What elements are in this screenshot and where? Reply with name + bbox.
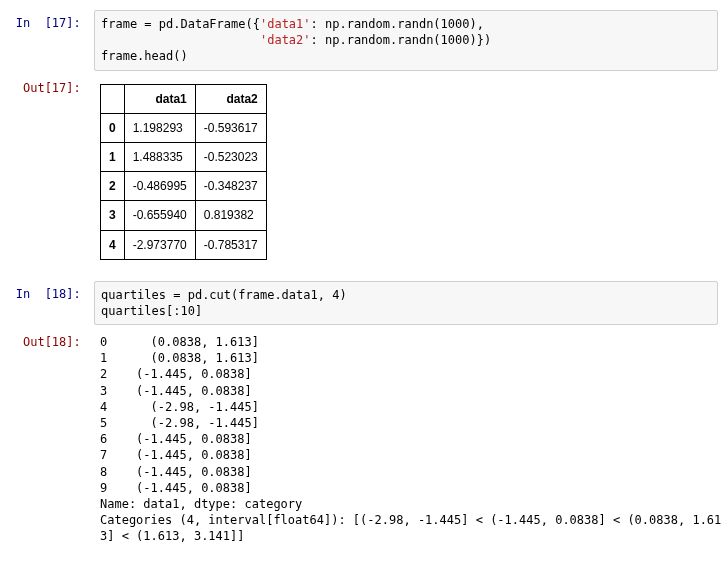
cell-data2: -0.348237	[195, 172, 266, 201]
cell-data1: 1.488335	[124, 142, 195, 171]
code-input-17[interactable]: frame = pd.DataFrame({'data1': np.random…	[94, 10, 718, 71]
cell-data2: -0.593617	[195, 113, 266, 142]
code-text: frame.head()	[101, 49, 188, 63]
string-literal: 'data1'	[260, 17, 311, 31]
in-prompt-17: In [17]:	[10, 10, 94, 36]
in-prompt-18: In [18]:	[10, 281, 94, 307]
output-17: data1 data2 0 1.198293 -0.593617 1 1.488…	[94, 75, 718, 277]
row-index: 1	[101, 142, 125, 171]
table-row: 0 1.198293 -0.593617	[101, 113, 267, 142]
output-line: Categories (4, interval[float64]): [(-2.…	[100, 513, 721, 527]
cell-data1: -0.486995	[124, 172, 195, 201]
col-header-data2: data2	[195, 84, 266, 113]
output-18: 0 (0.0838, 1.613] 1 (0.0838, 1.613] 2 (-…	[94, 329, 727, 549]
out-prompt-17: Out[17]:	[10, 75, 94, 101]
row-index: 3	[101, 201, 125, 230]
cell-data1: -2.973770	[124, 230, 195, 259]
code-text: : np.random.randn(1000)})	[311, 33, 492, 47]
output-line: 4 (-2.98, -1.445]	[100, 400, 259, 414]
col-header-data1: data1	[124, 84, 195, 113]
code-input-18[interactable]: quartiles = pd.cut(frame.data1, 4) quart…	[94, 281, 718, 325]
output-line: 6 (-1.445, 0.0838]	[100, 432, 252, 446]
output-line: 8 (-1.445, 0.0838]	[100, 465, 252, 479]
cell-18-input: In [18]: quartiles = pd.cut(frame.data1,…	[10, 281, 718, 325]
row-index: 2	[101, 172, 125, 201]
string-literal: 'data2'	[260, 33, 311, 47]
cell-data1: -0.655940	[124, 201, 195, 230]
output-line: 2 (-1.445, 0.0838]	[100, 367, 252, 381]
output-line: 3 (-1.445, 0.0838]	[100, 384, 252, 398]
output-line: Name: data1, dtype: category	[100, 497, 302, 511]
code-text: quartiles[:10]	[101, 304, 202, 318]
row-index: 0	[101, 113, 125, 142]
table-row: 1 1.488335 -0.523023	[101, 142, 267, 171]
code-text: frame = pd.DataFrame({	[101, 17, 260, 31]
cell-17-input: In [17]: frame = pd.DataFrame({'data1': …	[10, 10, 718, 71]
output-line: 7 (-1.445, 0.0838]	[100, 448, 252, 462]
cell-17-output: Out[17]: data1 data2 0 1.198293 -0.59361…	[10, 75, 718, 277]
table-row: 4 -2.973770 -0.785317	[101, 230, 267, 259]
out-prompt-18: Out[18]:	[10, 329, 94, 355]
cell-data1: 1.198293	[124, 113, 195, 142]
table-row: 2 -0.486995 -0.348237	[101, 172, 267, 201]
output-line: 1 (0.0838, 1.613]	[100, 351, 259, 365]
code-text: : np.random.randn(1000),	[311, 17, 484, 31]
table-row: 3 -0.655940 0.819382	[101, 201, 267, 230]
row-index: 4	[101, 230, 125, 259]
index-header	[101, 84, 125, 113]
table-header-row: data1 data2	[101, 84, 267, 113]
output-line: 3] < (1.613, 3.141]]	[100, 529, 245, 543]
cell-data2: -0.523023	[195, 142, 266, 171]
output-line: 0 (0.0838, 1.613]	[100, 335, 259, 349]
code-text: quartiles = pd.cut(frame.data1, 4)	[101, 288, 347, 302]
cell-data2: 0.819382	[195, 201, 266, 230]
cell-18-output: Out[18]: 0 (0.0838, 1.613] 1 (0.0838, 1.…	[10, 329, 718, 549]
output-line: 5 (-2.98, -1.445]	[100, 416, 259, 430]
cell-data2: -0.785317	[195, 230, 266, 259]
code-text	[101, 33, 260, 47]
dataframe-table: data1 data2 0 1.198293 -0.593617 1 1.488…	[100, 84, 267, 260]
output-line: 9 (-1.445, 0.0838]	[100, 481, 252, 495]
